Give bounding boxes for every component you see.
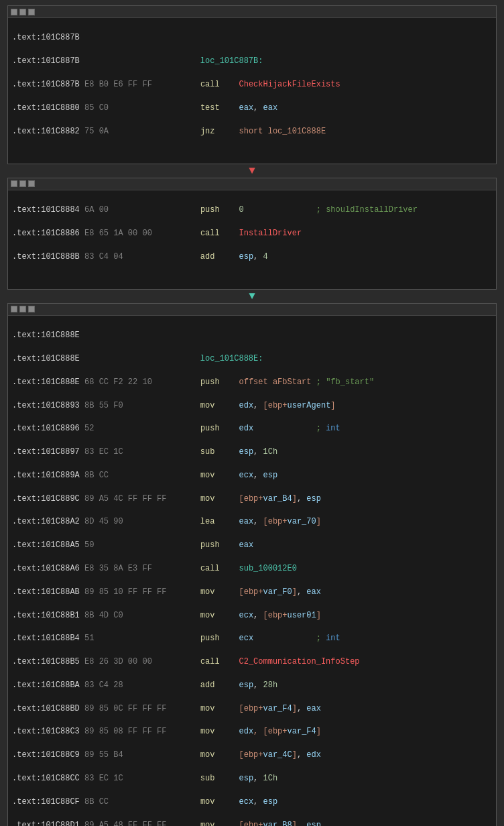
btn-5[interactable]: [19, 180, 26, 187]
window-3: .text:101C888E .text:101C888E loc_101C88…: [7, 303, 497, 826]
code-line: .text:101C88A2 8D 45 90 lea eax, [ebp+va…: [12, 516, 492, 528]
code-line: .text:101C887B E8 B0 E6 FF FF call Check…: [12, 79, 492, 91]
code-line: .text:101C88C9 89 55 B4 mov [ebp+var_4C]…: [12, 750, 492, 761]
code-line: .text:101C8896 52 push edx ; int: [12, 423, 492, 434]
code-content-1: .text:101C887B .text:101C887B loc_101C88…: [8, 18, 496, 164]
code-line: .text:101C88A5 50 push eax: [12, 540, 492, 551]
code-line: .text:101C8897 83 EC 1C sub esp, 1Ch: [12, 447, 492, 458]
code-line: .text:101C88B1 8B 4D C0 mov ecx, [ebp+us…: [12, 610, 492, 622]
code-line: .text:101C888E loc_101C888E:: [12, 353, 492, 365]
code-line: .text:101C887B loc_101C887B:: [12, 56, 492, 67]
code-line: .text:101C8886 E8 65 1A 00 00 call Insta…: [12, 228, 492, 239]
code-line: .text:101C888E 68 CC F2 22 10 push offse…: [12, 377, 492, 388]
btn-7[interactable]: [11, 306, 17, 312]
code-line: .text:101C88CF 8B CC mov ecx, esp: [12, 796, 492, 808]
code-line: .text:101C88AB 89 85 10 FF FF FF mov [eb…: [12, 587, 492, 598]
titlebar-3: [8, 304, 496, 316]
btn-6[interactable]: [28, 180, 35, 187]
code-line: .text:101C888E: [12, 330, 492, 341]
btn-9[interactable]: [28, 306, 35, 312]
code-content-2: .text:101C8884 6A 00 push 0 ; shouldInst…: [8, 190, 496, 289]
code-line: .text:101C8880 85 C0 test eax, eax: [12, 103, 492, 114]
code-line: .text:101C88B5 E8 26 3D 00 00 call C2_Co…: [12, 656, 492, 668]
code-line: .text:101C88A6 E8 35 8A E3 FF call sub_1…: [12, 563, 492, 575]
code-line: .text:101C88CC 83 EC 1C sub esp, 1Ch: [12, 773, 492, 784]
btn-2[interactable]: [19, 9, 26, 15]
btn-4[interactable]: [11, 180, 17, 187]
arrow-2: ▼: [7, 290, 497, 303]
code-line: .text:101C8884 6A 00 push 0 ; shouldInst…: [12, 204, 492, 216]
btn-8[interactable]: [19, 306, 26, 312]
code-line: .text:101C887B: [12, 32, 492, 44]
code-line: .text:101C88BD 89 85 0C FF FF FF mov [eb…: [12, 703, 492, 715]
titlebar-2: [8, 178, 496, 190]
code-line: .text:101C88C3 89 85 08 FF FF FF mov edx…: [12, 726, 492, 738]
titlebar-1: [8, 6, 496, 18]
code-line: .text:101C889C 89 A5 4C FF FF FF mov [eb…: [12, 493, 492, 505]
code-line: .text:101C888B 83 C4 04 add esp, 4: [12, 251, 492, 263]
code-line: .text:101C88B4 51 push ecx ; int: [12, 633, 492, 644]
window-1: .text:101C887B .text:101C887B loc_101C88…: [7, 5, 497, 164]
code-line: .text:101C8882 75 0A jnz short loc_101C8…: [12, 126, 492, 137]
code-line: .text:101C88BA 83 C4 28 add esp, 28h: [12, 680, 492, 691]
btn-3[interactable]: [28, 9, 35, 15]
arrow-1: ▼: [7, 164, 497, 178]
code-line: .text:101C8893 8B 55 F0 mov edx, [ebp+us…: [12, 400, 492, 412]
code-content-3: .text:101C888E .text:101C888E loc_101C88…: [8, 316, 496, 826]
code-line: .text:101C889A 8B CC mov ecx, esp: [12, 470, 492, 481]
window-2: .text:101C8884 6A 00 push 0 ; shouldInst…: [7, 178, 497, 290]
btn-1[interactable]: [11, 9, 17, 15]
code-line: .text:101C88D1 89 A5 48 FF FF FF mov [eb…: [12, 820, 492, 826]
